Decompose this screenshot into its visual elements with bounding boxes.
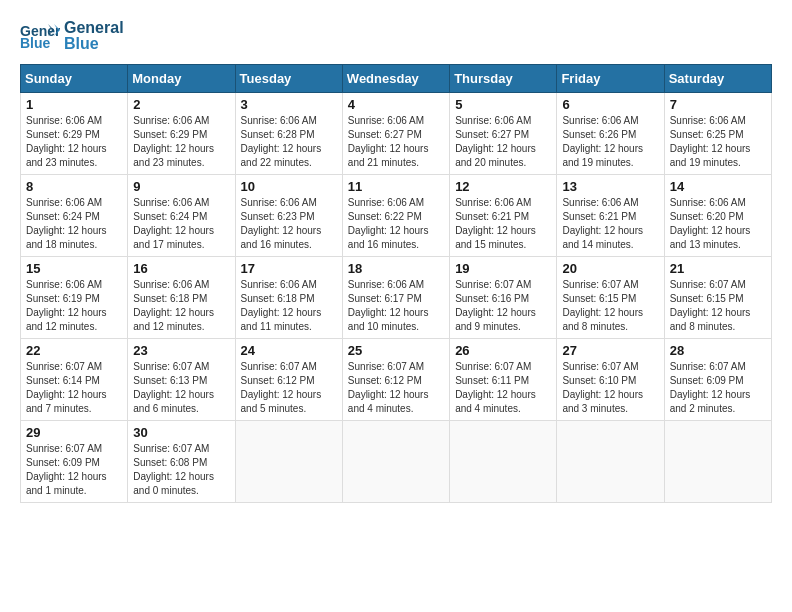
- calendar-day-13: 13Sunrise: 6:06 AM Sunset: 6:21 PM Dayli…: [557, 175, 664, 257]
- day-number: 7: [670, 97, 766, 112]
- weekday-header-sunday: Sunday: [21, 65, 128, 93]
- weekday-header-thursday: Thursday: [450, 65, 557, 93]
- calendar-day-6: 6Sunrise: 6:06 AM Sunset: 6:26 PM Daylig…: [557, 93, 664, 175]
- calendar-day-9: 9Sunrise: 6:06 AM Sunset: 6:24 PM Daylig…: [128, 175, 235, 257]
- day-info: Sunrise: 6:06 AM Sunset: 6:17 PM Dayligh…: [348, 278, 444, 334]
- day-info: Sunrise: 6:07 AM Sunset: 6:12 PM Dayligh…: [241, 360, 337, 416]
- header: General Blue General Blue: [20, 20, 772, 52]
- day-number: 26: [455, 343, 551, 358]
- weekday-header-saturday: Saturday: [664, 65, 771, 93]
- calendar-day-14: 14Sunrise: 6:06 AM Sunset: 6:20 PM Dayli…: [664, 175, 771, 257]
- calendar-week-4: 22Sunrise: 6:07 AM Sunset: 6:14 PM Dayli…: [21, 339, 772, 421]
- calendar-week-3: 15Sunrise: 6:06 AM Sunset: 6:19 PM Dayli…: [21, 257, 772, 339]
- day-number: 29: [26, 425, 122, 440]
- calendar-day-27: 27Sunrise: 6:07 AM Sunset: 6:10 PM Dayli…: [557, 339, 664, 421]
- weekday-header-wednesday: Wednesday: [342, 65, 449, 93]
- logo: General Blue General Blue: [20, 20, 124, 52]
- day-number: 28: [670, 343, 766, 358]
- calendar-day-1: 1Sunrise: 6:06 AM Sunset: 6:29 PM Daylig…: [21, 93, 128, 175]
- day-info: Sunrise: 6:06 AM Sunset: 6:23 PM Dayligh…: [241, 196, 337, 252]
- calendar-day-25: 25Sunrise: 6:07 AM Sunset: 6:12 PM Dayli…: [342, 339, 449, 421]
- day-number: 4: [348, 97, 444, 112]
- day-number: 25: [348, 343, 444, 358]
- day-number: 23: [133, 343, 229, 358]
- day-info: Sunrise: 6:06 AM Sunset: 6:29 PM Dayligh…: [26, 114, 122, 170]
- day-number: 14: [670, 179, 766, 194]
- day-info: Sunrise: 6:06 AM Sunset: 6:27 PM Dayligh…: [455, 114, 551, 170]
- weekday-header-tuesday: Tuesday: [235, 65, 342, 93]
- day-info: Sunrise: 6:07 AM Sunset: 6:10 PM Dayligh…: [562, 360, 658, 416]
- day-info: Sunrise: 6:06 AM Sunset: 6:18 PM Dayligh…: [241, 278, 337, 334]
- calendar-day-8: 8Sunrise: 6:06 AM Sunset: 6:24 PM Daylig…: [21, 175, 128, 257]
- day-number: 9: [133, 179, 229, 194]
- day-number: 24: [241, 343, 337, 358]
- day-number: 19: [455, 261, 551, 276]
- day-info: Sunrise: 6:06 AM Sunset: 6:21 PM Dayligh…: [562, 196, 658, 252]
- day-info: Sunrise: 6:07 AM Sunset: 6:08 PM Dayligh…: [133, 442, 229, 498]
- day-number: 2: [133, 97, 229, 112]
- calendar-day-empty: [664, 421, 771, 503]
- day-info: Sunrise: 6:07 AM Sunset: 6:11 PM Dayligh…: [455, 360, 551, 416]
- day-number: 18: [348, 261, 444, 276]
- calendar-day-29: 29Sunrise: 6:07 AM Sunset: 6:09 PM Dayli…: [21, 421, 128, 503]
- day-number: 1: [26, 97, 122, 112]
- day-number: 3: [241, 97, 337, 112]
- calendar-day-20: 20Sunrise: 6:07 AM Sunset: 6:15 PM Dayli…: [557, 257, 664, 339]
- day-number: 16: [133, 261, 229, 276]
- day-number: 12: [455, 179, 551, 194]
- calendar-day-16: 16Sunrise: 6:06 AM Sunset: 6:18 PM Dayli…: [128, 257, 235, 339]
- calendar-day-2: 2Sunrise: 6:06 AM Sunset: 6:29 PM Daylig…: [128, 93, 235, 175]
- calendar-day-24: 24Sunrise: 6:07 AM Sunset: 6:12 PM Dayli…: [235, 339, 342, 421]
- calendar-day-17: 17Sunrise: 6:06 AM Sunset: 6:18 PM Dayli…: [235, 257, 342, 339]
- calendar-week-5: 29Sunrise: 6:07 AM Sunset: 6:09 PM Dayli…: [21, 421, 772, 503]
- calendar-day-15: 15Sunrise: 6:06 AM Sunset: 6:19 PM Dayli…: [21, 257, 128, 339]
- calendar-day-3: 3Sunrise: 6:06 AM Sunset: 6:28 PM Daylig…: [235, 93, 342, 175]
- day-info: Sunrise: 6:06 AM Sunset: 6:29 PM Dayligh…: [133, 114, 229, 170]
- day-number: 21: [670, 261, 766, 276]
- day-info: Sunrise: 6:06 AM Sunset: 6:22 PM Dayligh…: [348, 196, 444, 252]
- day-info: Sunrise: 6:07 AM Sunset: 6:13 PM Dayligh…: [133, 360, 229, 416]
- calendar-table: SundayMondayTuesdayWednesdayThursdayFrid…: [20, 64, 772, 503]
- day-info: Sunrise: 6:06 AM Sunset: 6:18 PM Dayligh…: [133, 278, 229, 334]
- weekday-header-monday: Monday: [128, 65, 235, 93]
- day-number: 5: [455, 97, 551, 112]
- calendar-day-18: 18Sunrise: 6:06 AM Sunset: 6:17 PM Dayli…: [342, 257, 449, 339]
- day-info: Sunrise: 6:06 AM Sunset: 6:26 PM Dayligh…: [562, 114, 658, 170]
- day-info: Sunrise: 6:06 AM Sunset: 6:24 PM Dayligh…: [133, 196, 229, 252]
- day-info: Sunrise: 6:07 AM Sunset: 6:12 PM Dayligh…: [348, 360, 444, 416]
- day-number: 10: [241, 179, 337, 194]
- calendar-day-23: 23Sunrise: 6:07 AM Sunset: 6:13 PM Dayli…: [128, 339, 235, 421]
- day-info: Sunrise: 6:06 AM Sunset: 6:27 PM Dayligh…: [348, 114, 444, 170]
- svg-text:Blue: Blue: [20, 35, 51, 51]
- day-number: 30: [133, 425, 229, 440]
- calendar-day-12: 12Sunrise: 6:06 AM Sunset: 6:21 PM Dayli…: [450, 175, 557, 257]
- calendar-day-empty: [557, 421, 664, 503]
- day-info: Sunrise: 6:06 AM Sunset: 6:19 PM Dayligh…: [26, 278, 122, 334]
- calendar-day-22: 22Sunrise: 6:07 AM Sunset: 6:14 PM Dayli…: [21, 339, 128, 421]
- calendar-day-4: 4Sunrise: 6:06 AM Sunset: 6:27 PM Daylig…: [342, 93, 449, 175]
- day-info: Sunrise: 6:07 AM Sunset: 6:15 PM Dayligh…: [670, 278, 766, 334]
- calendar-week-1: 1Sunrise: 6:06 AM Sunset: 6:29 PM Daylig…: [21, 93, 772, 175]
- day-number: 11: [348, 179, 444, 194]
- day-info: Sunrise: 6:07 AM Sunset: 6:09 PM Dayligh…: [670, 360, 766, 416]
- day-info: Sunrise: 6:07 AM Sunset: 6:16 PM Dayligh…: [455, 278, 551, 334]
- calendar-day-30: 30Sunrise: 6:07 AM Sunset: 6:08 PM Dayli…: [128, 421, 235, 503]
- day-info: Sunrise: 6:06 AM Sunset: 6:28 PM Dayligh…: [241, 114, 337, 170]
- day-number: 15: [26, 261, 122, 276]
- calendar-day-empty: [235, 421, 342, 503]
- day-number: 13: [562, 179, 658, 194]
- calendar-week-2: 8Sunrise: 6:06 AM Sunset: 6:24 PM Daylig…: [21, 175, 772, 257]
- logo-icon: General Blue: [20, 20, 60, 52]
- calendar-day-21: 21Sunrise: 6:07 AM Sunset: 6:15 PM Dayli…: [664, 257, 771, 339]
- day-number: 8: [26, 179, 122, 194]
- day-info: Sunrise: 6:07 AM Sunset: 6:14 PM Dayligh…: [26, 360, 122, 416]
- calendar-day-empty: [342, 421, 449, 503]
- day-info: Sunrise: 6:06 AM Sunset: 6:25 PM Dayligh…: [670, 114, 766, 170]
- day-number: 27: [562, 343, 658, 358]
- logo-blue-text: Blue: [64, 36, 124, 52]
- calendar-day-10: 10Sunrise: 6:06 AM Sunset: 6:23 PM Dayli…: [235, 175, 342, 257]
- day-info: Sunrise: 6:07 AM Sunset: 6:15 PM Dayligh…: [562, 278, 658, 334]
- day-info: Sunrise: 6:06 AM Sunset: 6:20 PM Dayligh…: [670, 196, 766, 252]
- day-number: 22: [26, 343, 122, 358]
- calendar-day-28: 28Sunrise: 6:07 AM Sunset: 6:09 PM Dayli…: [664, 339, 771, 421]
